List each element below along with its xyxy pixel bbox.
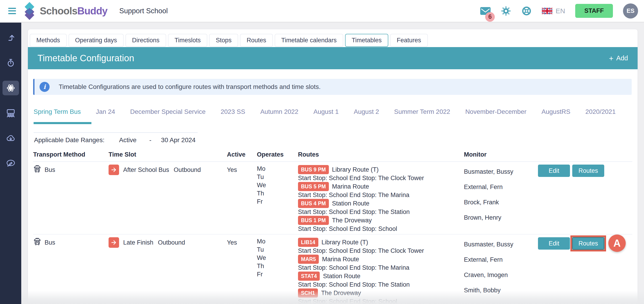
page-title: Timetable Configuration <box>38 53 134 63</box>
applicable-date-ranges: Applicable Date Ranges: Active - 30 Apr … <box>34 136 638 144</box>
tab-directions[interactable]: Directions <box>126 34 166 47</box>
cloud-download-icon <box>6 133 16 143</box>
cell-monitor: Busmaster, BussyExternal, FernCraven, Im… <box>464 241 535 304</box>
config-tab-autumn-2022[interactable]: Autumn 2022 <box>260 108 298 116</box>
config-tab-august-1[interactable]: August 1 <box>313 108 339 116</box>
route-name: The Droveway <box>332 217 372 224</box>
column-header-actions <box>535 151 632 158</box>
route-name: Station Route <box>332 200 370 207</box>
route-code-badge: LIB14 <box>298 238 318 247</box>
bus-icon <box>33 238 41 248</box>
cell-routes: BUS 9 PMLibrary Route (T)Start Stop: Sch… <box>298 164 464 234</box>
monitor-name: Brock, Frank <box>464 199 535 206</box>
cell-routes: LIB14Library Route (T)Start Stop: School… <box>298 237 464 304</box>
route-code-badge: BUS 5 PM <box>298 182 329 191</box>
info-icon: i <box>40 82 50 92</box>
route-entry: SCH1The Droveway <box>298 288 464 298</box>
config-tab-november-december[interactable]: November-December <box>465 108 526 116</box>
date-ranges-label: Applicable Date Ranges: <box>34 136 119 144</box>
sidebar <box>0 23 21 304</box>
column-header-transport-method: Transport Method <box>33 151 108 158</box>
sidebar-item-timer[interactable] <box>2 56 19 70</box>
info-banner: i Timetable Configurations are used to c… <box>33 79 632 95</box>
table-header: Transport MethodTime SlotActiveOperatesR… <box>33 151 632 162</box>
config-tab-2020-2021[interactable]: 2020/2021 <box>586 108 616 116</box>
operates-day: Th <box>257 189 298 198</box>
help-button[interactable] <box>521 6 532 16</box>
config-tab-spring-term-bus[interactable]: Spring Term Bus <box>34 108 81 116</box>
tab-timeslots[interactable]: Timeslots <box>168 34 208 47</box>
tab-methods[interactable]: Methods <box>30 34 67 47</box>
sidebar-item-downloads[interactable] <box>2 131 19 146</box>
sidebar-item-configuration[interactable] <box>2 81 19 95</box>
messages-button[interactable]: 6 <box>480 7 491 15</box>
monitor-name: External, Fern <box>464 184 535 190</box>
sidebar-item-level-up[interactable] <box>2 30 19 45</box>
route-entry: BUS 9 PMLibrary Route (T) <box>298 164 464 175</box>
language-selector[interactable]: EN <box>542 7 565 15</box>
edit-button[interactable]: Edit <box>538 164 570 177</box>
avatar[interactable]: ES <box>623 4 638 18</box>
sidebar-item-classes[interactable] <box>2 106 19 120</box>
add-button-label: Add <box>616 54 628 62</box>
operates-day: We <box>257 181 298 189</box>
cell-monitor: Busmaster, BussyExternal, FernBrock, Fra… <box>464 168 535 234</box>
arrow-turn-up-icon <box>6 33 16 42</box>
divider <box>34 132 198 133</box>
route-name: Marina Route <box>322 256 359 263</box>
plus-icon: + <box>609 54 614 62</box>
route-code-badge: BUS 9 PM <box>298 165 329 174</box>
route-code-badge: MAR5 <box>298 255 319 264</box>
config-tab-augustrs[interactable]: AugustRS <box>542 108 570 116</box>
timetable-rows: BusAfter School BusOutboundYesMoTuWeThFr… <box>33 162 632 304</box>
schoolsbuddy-logo: SchoolsBuddy <box>20 1 108 21</box>
routes-button[interactable]: Routes <box>572 237 604 250</box>
sidebar-item-feedback[interactable] <box>2 156 19 171</box>
annotation-label: A <box>608 234 626 252</box>
config-tab-jan-24[interactable]: Jan 24 <box>96 108 115 116</box>
config-tab-summer-term-2022[interactable]: Summer Term 2022 <box>394 108 450 116</box>
operates-day: Mo <box>257 237 298 246</box>
atom-settings-icon <box>6 83 16 93</box>
tab-stops[interactable]: Stops <box>209 34 238 47</box>
tab-timetable-calendars[interactable]: Timetable calendars <box>275 34 343 47</box>
operates-day: Tu <box>257 246 298 254</box>
tab-operating-days[interactable]: Operating days <box>68 34 124 47</box>
add-button[interactable]: + Add <box>609 54 628 62</box>
settings-button[interactable] <box>501 6 511 16</box>
menu-icon[interactable] <box>8 8 16 14</box>
operates-day: Fr <box>257 198 298 206</box>
classroom-icon <box>6 108 16 118</box>
config-tabs: Spring Term BusJan 24December Special Se… <box>34 108 638 124</box>
monitor-name: Smith, Bobby <box>464 287 535 294</box>
config-tab-august-2[interactable]: August 2 <box>354 108 379 116</box>
routes-button-wrap: Routes <box>572 164 604 177</box>
route-name: Marina Route <box>332 183 369 190</box>
stopwatch-icon <box>6 58 16 68</box>
language-code: EN <box>556 7 565 15</box>
routes-button[interactable]: Routes <box>572 164 604 177</box>
tab-timetables[interactable]: Timetables <box>345 34 388 47</box>
staff-toggle-button[interactable]: STAFF <box>575 4 613 18</box>
route-stops: Start Stop: School End Stop: The Marina <box>298 192 464 198</box>
logo-diamonds-icon <box>20 1 38 21</box>
time-slot-name: After School Bus <box>123 164 169 175</box>
route-stops: Start Stop: School End Stop: The Station <box>298 281 464 288</box>
time-slot-direction: Outbound <box>174 164 201 175</box>
route-name: Library Route (T) <box>332 166 379 173</box>
cell-actions: EditRoutesA <box>535 237 632 304</box>
edit-button[interactable]: Edit <box>538 237 570 250</box>
route-name: Library Route (T) <box>322 239 368 246</box>
tab-features[interactable]: Features <box>390 34 428 47</box>
info-text: Timetable Configurations are used to con… <box>59 83 321 90</box>
config-tab-2023-ss[interactable]: 2023 SS <box>220 108 245 116</box>
config-tab-december-special-service[interactable]: December Special Service <box>130 108 206 116</box>
route-stops: Start Stop: School End Stop: The Marina <box>298 264 464 271</box>
time-slot-name: Late Finish <box>123 237 153 248</box>
route-stops: Start Stop: School End Stop: The Station <box>298 208 464 215</box>
school-name: Support School <box>119 7 168 15</box>
transport-method-label: Bus <box>44 239 55 246</box>
module-tabs: MethodsOperating daysDirectionsTimeslots… <box>30 34 638 47</box>
tab-routes[interactable]: Routes <box>240 34 273 47</box>
feedback-pencil-icon <box>6 158 16 168</box>
